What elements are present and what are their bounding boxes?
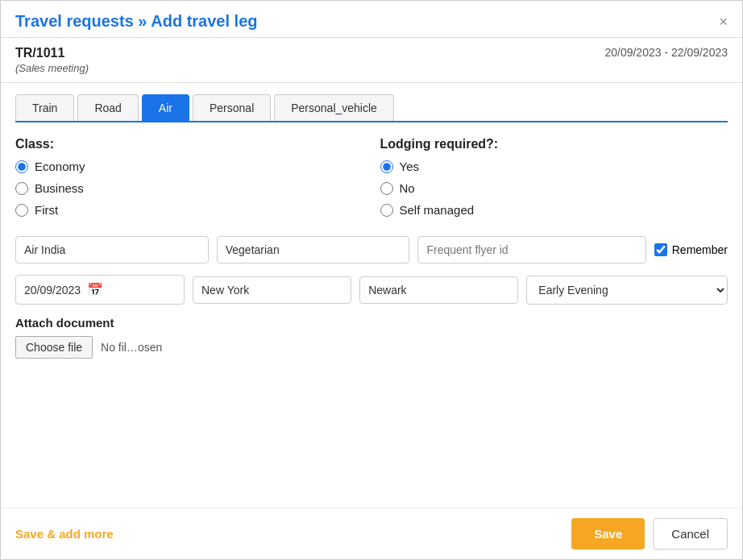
- choose-file-button[interactable]: Choose file: [15, 336, 93, 359]
- journey-row: 20/09/2023 📅 Early Morning Morning Late …: [15, 275, 728, 305]
- tab-road[interactable]: Road: [77, 94, 138, 121]
- class-lodging-section: Class: Economy Business First: [15, 137, 728, 220]
- trip-subtitle: (Sales meeting): [15, 62, 89, 74]
- file-name-display: No fil…osen: [101, 341, 162, 354]
- lodging-no[interactable]: No: [380, 181, 728, 195]
- class-business-radio[interactable]: [15, 182, 28, 195]
- class-section: Class: Economy Business First: [15, 137, 380, 220]
- remember-label: Remember: [672, 243, 728, 256]
- file-row: Choose file No fil…osen: [15, 336, 728, 359]
- lodging-no-radio[interactable]: [380, 182, 393, 195]
- airline-input[interactable]: [15, 236, 209, 263]
- modal-subheader: TR/1011 (Sales meeting) 20/09/2023 - 22/…: [1, 38, 742, 83]
- meal-input[interactable]: [217, 236, 410, 263]
- tab-personal[interactable]: Personal: [193, 94, 271, 121]
- class-first[interactable]: First: [15, 203, 363, 217]
- class-first-label: First: [35, 203, 58, 217]
- lodging-yes-label: Yes: [400, 160, 419, 173]
- class-business-label: Business: [35, 181, 84, 195]
- lodging-self-managed-label: Self managed: [400, 203, 475, 217]
- from-city-input[interactable]: [193, 276, 351, 304]
- date-value: 20/09/2023: [24, 284, 81, 297]
- footer-buttons: Save Cancel: [571, 518, 728, 550]
- modal-header: Travel requests » Add travel leg ×: [1, 1, 742, 38]
- cancel-button[interactable]: Cancel: [653, 518, 728, 550]
- lodging-section: Lodging required?: Yes No Self managed: [380, 137, 728, 220]
- modal-title: Travel requests » Add travel leg: [15, 12, 258, 31]
- class-economy-label: Economy: [35, 160, 85, 173]
- remember-checkbox[interactable]: [654, 243, 667, 256]
- tabs-bar: Train Road Air Personal Personal_vehicle: [15, 94, 728, 121]
- lodging-radio-group: Yes No Self managed: [380, 160, 728, 217]
- class-label: Class:: [15, 137, 363, 151]
- modal-body: Class: Economy Business First: [1, 122, 742, 508]
- trip-dates: 20/09/2023 - 22/09/2023: [604, 46, 728, 59]
- attach-label: Attach document: [15, 316, 728, 330]
- date-input-wrapper[interactable]: 20/09/2023 📅: [15, 275, 185, 305]
- save-add-more-button[interactable]: Save & add more: [15, 527, 114, 541]
- lodging-self-managed-radio[interactable]: [380, 204, 393, 217]
- lodging-self-managed[interactable]: Self managed: [380, 203, 728, 217]
- save-button[interactable]: Save: [571, 518, 645, 550]
- tabs-section: Train Road Air Personal Personal_vehicle: [1, 83, 742, 122]
- class-economy-radio[interactable]: [15, 160, 28, 173]
- trip-info: TR/1011 (Sales meeting): [15, 46, 89, 74]
- frequent-flyer-input[interactable]: [417, 236, 645, 263]
- attach-section: Attach document Choose file No fil…osen: [15, 316, 728, 359]
- to-city-input[interactable]: [359, 276, 518, 304]
- lodging-yes-radio[interactable]: [380, 160, 393, 173]
- close-button[interactable]: ×: [719, 15, 728, 29]
- lodging-yes[interactable]: Yes: [380, 160, 728, 173]
- tab-personal-vehicle[interactable]: Personal_vehicle: [274, 94, 394, 121]
- class-economy[interactable]: Economy: [15, 160, 363, 173]
- class-first-radio[interactable]: [15, 204, 28, 217]
- remember-checkbox-label[interactable]: Remember: [654, 243, 728, 256]
- lodging-no-label: No: [400, 181, 415, 195]
- tab-air[interactable]: Air: [142, 94, 189, 121]
- class-radio-group: Economy Business First: [15, 160, 363, 217]
- time-select[interactable]: Early Morning Morning Late Morning Noon …: [526, 276, 728, 305]
- trip-id: TR/1011: [15, 46, 89, 60]
- tab-train[interactable]: Train: [15, 94, 74, 121]
- class-business[interactable]: Business: [15, 181, 363, 195]
- lodging-label: Lodging required?:: [380, 137, 728, 151]
- airline-row: Remember: [15, 236, 728, 263]
- modal-container: Travel requests » Add travel leg × TR/10…: [0, 0, 743, 560]
- calendar-icon: 📅: [87, 282, 103, 297]
- modal-footer: Save & add more Save Cancel: [1, 508, 742, 559]
